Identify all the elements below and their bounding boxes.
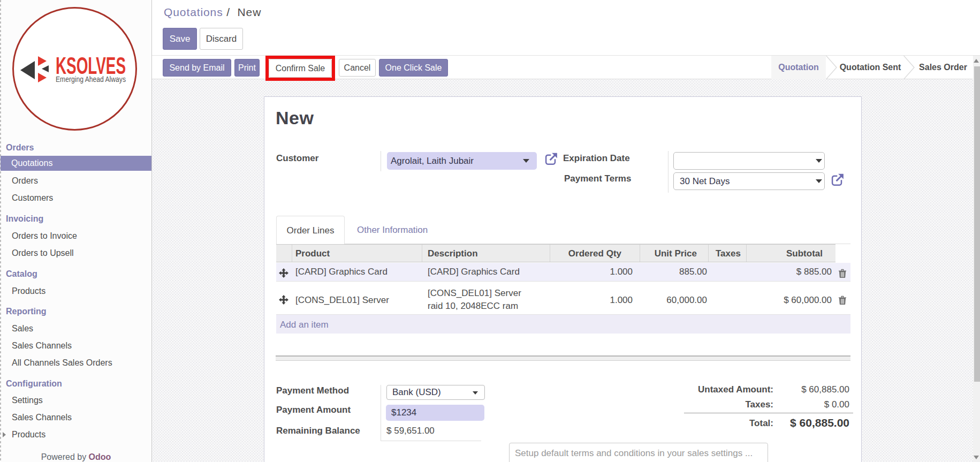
svg-text:Emerging Ahead Always: Emerging Ahead Always <box>56 75 126 84</box>
